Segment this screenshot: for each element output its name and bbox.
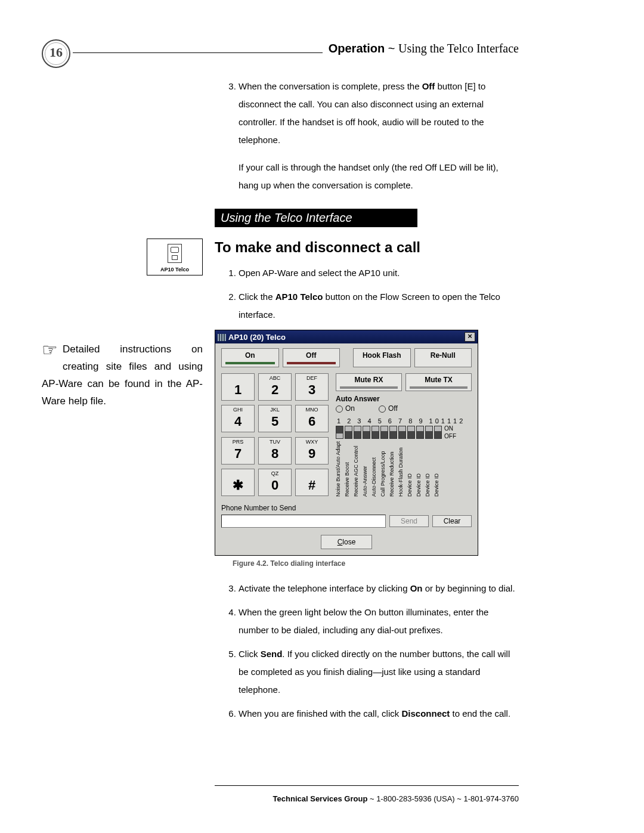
step-3-followup: If your call is through the handset only… [239, 159, 519, 194]
ap10-telco-button-figure: AP10 Telco [147, 239, 203, 275]
dip-label-10: Device ID [416, 441, 424, 497]
mute-tx-button[interactable]: Mute TX [405, 373, 472, 391]
keypad-key-4[interactable]: GHI4 [221, 405, 255, 432]
keypad-key-0[interactable]: QZ0 [258, 469, 292, 496]
dip-label-12: Device ID [434, 441, 442, 497]
dip-numbers: 1 2 3 4 5 6 7 8 9 101112 [336, 417, 472, 425]
dip-label-row: Noise Burst/Auto AdaptReceive BoostRecei… [336, 441, 472, 497]
clear-button[interactable]: Clear [432, 515, 472, 527]
dialog-titlebar[interactable]: AP10 (20) Telco × [215, 330, 478, 343]
phone-number-input[interactable] [221, 515, 386, 528]
close-icon[interactable]: × [465, 332, 475, 342]
dip-switch-2[interactable] [345, 426, 352, 439]
keypad-key-1[interactable]: 1 [221, 373, 255, 401]
telco-dialog: AP10 (20) Telco × On Off Hook Flash Re-N… [215, 330, 478, 556]
margin-note-text: Detailed instructions on creating site f… [42, 343, 203, 407]
header-chapter: Operation [329, 42, 385, 55]
auto-answer-label: Auto Answer [336, 395, 472, 403]
step-6: When you are finished with the call, cli… [239, 705, 519, 723]
dip-label-2: Receive Boost [345, 441, 352, 497]
running-header: Operation ~ Using the Telco Interface [323, 42, 519, 55]
step-5: Click Send. If you clicked directly on t… [239, 645, 519, 699]
hook-flash-button[interactable]: Hook Flash [353, 348, 411, 367]
page-footer: Technical Services Group ~ 1-800-283-593… [215, 785, 519, 803]
dip-switch-9[interactable] [407, 426, 415, 439]
step-3: When the conversation is complete, press… [239, 78, 519, 194]
step-4: When the green light below the On button… [239, 603, 519, 639]
keypad-key-#[interactable]: # [295, 469, 329, 496]
keypad-key-✱[interactable]: ✱ [221, 469, 255, 496]
page-number-badge: 16 [42, 39, 70, 68]
step-1: Open AP-Ware and select the AP10 unit. [239, 264, 519, 282]
ap10-telco-button-label: AP10 Telco [150, 267, 200, 272]
dialog-title: AP10 (20) Telco [228, 333, 286, 342]
header-sep: ~ [385, 42, 398, 55]
dip-switch-1[interactable] [336, 426, 343, 439]
auto-answer-group: Auto Answer On Off [336, 395, 472, 413]
off-indicator [287, 362, 336, 364]
keypad-key-9[interactable]: WXY9 [295, 437, 329, 465]
dip-label-7: Receive Reduction [389, 441, 397, 497]
auto-answer-off-radio[interactable]: Off [379, 404, 398, 413]
dial-keypad: 1ABC2DEF3GHI4JKL5MNO6PRS7TUV8WXY9✱QZ0# [221, 373, 329, 497]
dip-switch-3[interactable] [354, 426, 361, 439]
dip-switch-5[interactable] [371, 426, 379, 439]
hand-pointing-icon: ☞ [42, 341, 58, 359]
step-2: Click the AP10 Telco button on the Flow … [239, 288, 519, 324]
dip-switch-11[interactable] [425, 426, 433, 439]
phone-number-label: Phone Number to Send [221, 504, 472, 512]
dip-label-3: Receive AGC Control [354, 441, 361, 497]
manual-page: 16 Operation ~ Using the Telco Interface… [0, 0, 644, 833]
auto-answer-on-radio[interactable]: On [336, 404, 355, 413]
dip-label-1: Noise Burst/Auto Adapt [336, 441, 343, 497]
send-button[interactable]: Send [389, 515, 429, 527]
dip-switch-panel: 1 2 3 4 5 6 7 8 9 101112 [336, 417, 472, 497]
keypad-key-7[interactable]: PRS7 [221, 437, 255, 465]
dip-switch-4[interactable] [363, 426, 370, 439]
dip-switch-7[interactable] [389, 426, 397, 439]
dip-switch-12[interactable] [434, 426, 442, 439]
dip-label-9: Device ID [407, 441, 415, 497]
footer-phones: ~ 1-800-283-5936 (USA) ~ 1-801-974-3760 [367, 794, 519, 803]
keypad-key-3[interactable]: DEF3 [295, 373, 329, 401]
on-button[interactable]: On [221, 348, 279, 367]
dip-label-4: Auto-Answer [363, 441, 370, 497]
dip-switch-6[interactable] [380, 426, 388, 439]
dip-off-label: OFF [444, 432, 456, 440]
keypad-key-2[interactable]: ABC2 [258, 373, 292, 401]
close-button-rest: lose [342, 538, 355, 546]
keypad-key-8[interactable]: TUV8 [258, 437, 292, 465]
figure-caption: Figure 4.2. Telco dialing interface [233, 559, 519, 568]
close-button[interactable]: Close [321, 535, 372, 549]
dip-on-label: ON [444, 425, 456, 432]
subsection-heading: To make and disconnect a call [215, 239, 519, 256]
make-call-steps-a: Open AP-Ware and select the AP10 unit. C… [215, 264, 519, 324]
dip-label-6: Call Progress/Loop [380, 441, 388, 497]
footer-group: Technical Services Group [273, 794, 368, 803]
dip-label-5: Auto-Disconnect [371, 441, 379, 497]
continued-steps: When the conversation is complete, press… [215, 78, 519, 194]
step-3b: Activate the telephone interface by clic… [239, 580, 519, 597]
phone-icon [168, 244, 182, 263]
dip-switch-10[interactable] [416, 426, 424, 439]
keypad-key-5[interactable]: JKL5 [258, 405, 292, 432]
dip-label-8: Hook-Flash Duration [398, 441, 406, 497]
section-heading-bar: Using the Telco Interface [215, 209, 417, 227]
keypad-key-6[interactable]: MNO6 [295, 405, 329, 432]
make-call-steps-b: Activate the telephone interface by clic… [215, 580, 519, 723]
app-icon [218, 334, 226, 341]
mute-rx-button[interactable]: Mute RX [336, 373, 402, 391]
header-section: Using the Telco Interface [398, 42, 519, 55]
dip-label-11: Device ID [425, 441, 433, 497]
re-null-button[interactable]: Re-Null [414, 348, 472, 367]
side-column: AP10 Telco ☞ Detailed instructions on cr… [42, 239, 203, 410]
dip-switch-row [336, 426, 442, 439]
off-button[interactable]: Off [283, 348, 340, 367]
dip-switch-8[interactable] [398, 426, 406, 439]
on-indicator [225, 362, 275, 364]
margin-note: ☞ Detailed instructions on creating site… [42, 341, 203, 410]
main-column: When the conversation is complete, press… [215, 78, 519, 729]
